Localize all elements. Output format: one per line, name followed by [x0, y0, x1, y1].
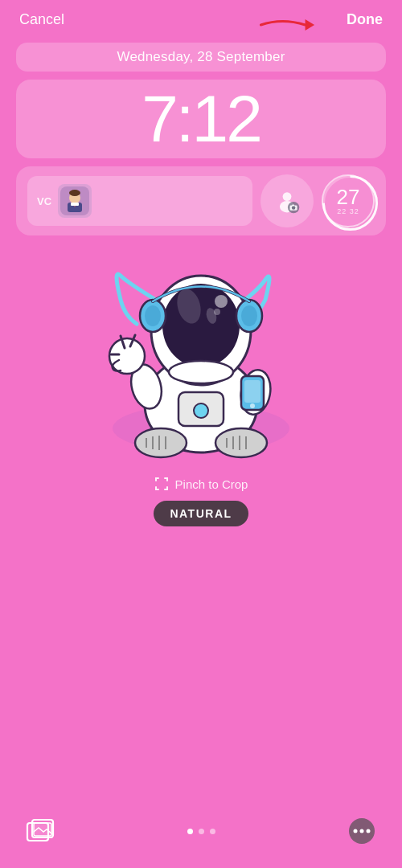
- svg-point-56: [354, 829, 358, 833]
- more-icon: [347, 817, 376, 845]
- svg-rect-39: [244, 380, 260, 403]
- svg-point-5: [69, 190, 80, 196]
- arrow-indicator: [253, 12, 326, 38]
- person-icon: [60, 186, 89, 215]
- svg-point-46: [214, 309, 220, 315]
- bottom-bar: [0, 813, 402, 849]
- svg-point-11: [292, 206, 296, 210]
- svg-point-31: [194, 403, 208, 418]
- time-text: 7:12: [142, 82, 260, 155]
- cancel-button[interactable]: Cancel: [19, 11, 64, 28]
- countdown-arc: [322, 174, 379, 231]
- more-button[interactable]: [344, 813, 379, 849]
- camera-person-icon: [273, 186, 302, 215]
- camera-widget[interactable]: [260, 174, 314, 227]
- gallery-icon: [26, 818, 55, 844]
- filter-pill[interactable]: NATURAL: [154, 501, 248, 526]
- vc-label: VC: [37, 195, 51, 207]
- svg-point-40: [250, 403, 255, 408]
- svg-rect-6: [71, 203, 79, 206]
- vc-widget[interactable]: VC: [27, 176, 252, 226]
- svg-point-45: [215, 295, 228, 308]
- svg-point-58: [367, 829, 371, 833]
- dot-1: [187, 829, 193, 834]
- svg-point-33: [109, 338, 145, 374]
- astronaut-illustration: [80, 235, 322, 477]
- filter-label: NATURAL: [170, 507, 232, 520]
- widgets-row: VC: [16, 166, 386, 235]
- date-widget: Wednesday, 28 September: [16, 43, 386, 72]
- done-button[interactable]: Done: [347, 11, 383, 28]
- svg-point-48: [145, 305, 161, 326]
- svg-rect-12: [292, 205, 294, 207]
- top-bar: Cancel Done: [0, 0, 402, 36]
- lockscreen-content: Wednesday, 28 September 7:12 VC: [0, 36, 402, 235]
- time-widget: 7:12: [16, 80, 386, 158]
- svg-point-51: [169, 361, 233, 383]
- gallery-button[interactable]: [23, 813, 58, 849]
- svg-point-57: [360, 829, 364, 833]
- dot-3: [210, 829, 215, 834]
- svg-point-50: [241, 305, 257, 326]
- svg-point-42: [162, 284, 240, 367]
- date-text: Wednesday, 28 September: [117, 49, 285, 64]
- page-dots: [187, 829, 215, 834]
- svg-point-7: [283, 192, 292, 201]
- dot-2: [199, 829, 204, 834]
- astronaut-area: [0, 227, 402, 485]
- person-avatar: [58, 184, 92, 218]
- countdown-widget[interactable]: 27 22 32: [322, 174, 375, 227]
- svg-marker-0: [306, 19, 315, 31]
